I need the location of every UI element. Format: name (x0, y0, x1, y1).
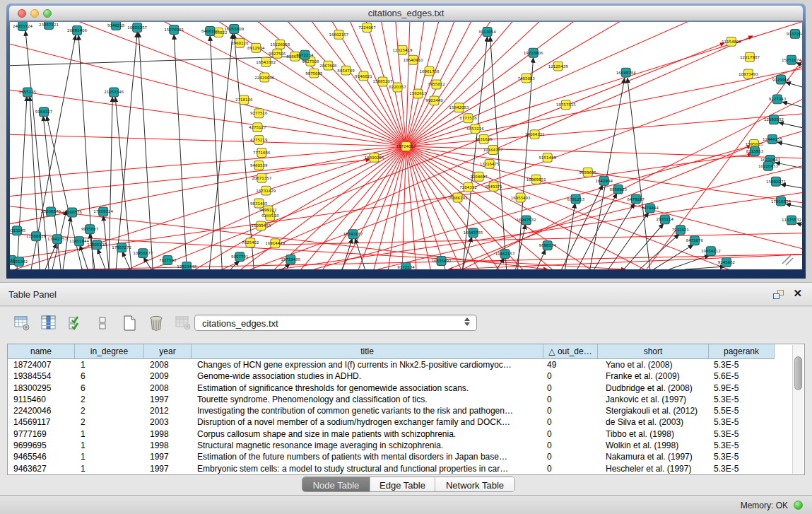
apply-checks-icon[interactable] (66, 314, 85, 332)
table-cell[interactable]: 2 (75, 416, 144, 428)
graph-node[interactable]: 24055724 (13, 22, 33, 30)
graph-node[interactable]: 7932621 (672, 226, 689, 235)
table-cell[interactable]: Franke et al. (2009) (598, 370, 709, 382)
table-cell[interactable]: 19384554 (8, 370, 75, 382)
table-cell[interactable]: de Silva et al. (2003) (598, 416, 709, 428)
graph-node[interactable]: 20691406 (67, 25, 87, 35)
table-cell[interactable]: Stergiakouli et al. (2012) (598, 405, 709, 416)
table-select-dropdown[interactable]: citations_edges.txt (194, 315, 477, 331)
table-cell[interactable]: Estimation of significance thresholds fo… (192, 382, 543, 394)
table-cell[interactable]: 5.3E-5 (709, 359, 775, 370)
graph-node[interactable]: 16648784 (616, 68, 636, 77)
graph-node[interactable]: 9631625 (475, 135, 492, 144)
graph-node[interactable]: 16543382 (256, 57, 276, 66)
scrollbar-thumb[interactable] (794, 356, 802, 390)
table-row[interactable]: 1456911722003Disruption of a novel membe… (8, 416, 792, 428)
graph-node[interactable]: 9146821 (355, 71, 372, 81)
table-cell[interactable]: 5.5E-5 (709, 405, 775, 416)
new-document-icon[interactable] (120, 314, 139, 332)
table-row[interactable]: 977716911998Corpus callosum shape and si… (8, 428, 792, 440)
table-cell[interactable]: 1 (75, 428, 144, 440)
column-header-year[interactable]: year (144, 344, 192, 359)
table-cell[interactable]: 5.3E-5 (709, 394, 775, 405)
citation-network-graph[interactable]: 9463822896012889129341522605898275058186… (10, 22, 802, 269)
graph-node[interactable]: 2055135 (19, 88, 36, 97)
graph-node[interactable]: 1640994 (596, 176, 613, 185)
table-cell[interactable]: 0 (543, 405, 598, 416)
table-cell[interactable]: 1998 (144, 428, 192, 440)
graph-node[interactable]: 25206570 (41, 207, 61, 216)
resize-grip[interactable] (782, 255, 793, 265)
stacked-rows-icon[interactable] (93, 314, 112, 332)
table-cell[interactable]: 1 (75, 451, 144, 462)
graph-node[interactable]: 9460539 (250, 160, 268, 170)
table-cell[interactable]: 5.3E-5 (709, 416, 775, 428)
table-cell[interactable]: Genome-wide association studies in ADHD. (192, 370, 543, 382)
table-cell[interactable]: 18724007 (8, 359, 75, 370)
table-cell[interactable]: 0 (543, 416, 598, 428)
table-cell[interactable]: 2 (75, 405, 144, 416)
graph-node[interactable]: 16955493 (511, 193, 531, 202)
table-cell[interactable]: Estimation of the future numbers of pati… (192, 451, 543, 462)
table-cell[interactable]: Tourette syndrome. Phenomenology and cla… (192, 394, 543, 405)
table-cell[interactable]: 0 (543, 428, 598, 440)
graph-node[interactable]: 8454749 (337, 66, 355, 75)
graph-node[interactable]: 8958923 (610, 185, 628, 194)
graph-node[interactable]: 15751074 (782, 55, 801, 64)
float-panel-icon[interactable] (773, 290, 784, 299)
graph-node[interactable]: 11568829 (26, 232, 46, 241)
table-cell[interactable]: 9777169 (8, 428, 75, 440)
graph-node[interactable]: 9313245 (10, 226, 25, 235)
table-cell[interactable]: 1997 (144, 394, 192, 405)
graph-node[interactable]: 12217987 (740, 52, 760, 62)
table-cell[interactable]: Investigating the contribution of common… (192, 405, 543, 416)
table-cell[interactable]: Nakamura et al. (1997) (598, 451, 709, 462)
table-cell[interactable]: 1 (75, 359, 144, 370)
table-cell[interactable]: Embryonic stem cells: a model to study s… (192, 463, 543, 474)
tab-node-table[interactable]: Node Table (302, 477, 370, 492)
table-cell[interactable]: Structural magnetic resonance image aver… (192, 440, 543, 451)
tab-network-table[interactable]: Network Table (435, 477, 514, 492)
graph-node[interactable]: 9137264 (787, 29, 802, 38)
graph-node[interactable]: 10958177 (133, 249, 153, 258)
graph-node[interactable]: 21053346 (104, 88, 124, 97)
table-cell[interactable]: 2008 (144, 382, 192, 394)
table-cell[interactable]: 0 (543, 382, 598, 394)
table-cell[interactable]: Hescheler et al. (1997) (598, 463, 709, 474)
graph-node[interactable]: 9698534 (539, 241, 556, 250)
table-cell[interactable]: 9465546 (8, 451, 75, 462)
table-cell[interactable]: 6 (75, 382, 144, 394)
table-cell[interactable]: 2008 (144, 359, 192, 370)
graph-node[interactable]: 7224067 (358, 23, 376, 32)
graph-node[interactable]: 16947532 (517, 216, 536, 225)
table-settings-icon[interactable] (13, 314, 31, 332)
table-row[interactable]: 946554611997Estimation of the future num… (8, 451, 792, 462)
table-cell[interactable]: 49 (543, 359, 598, 370)
graph-node[interactable]: 12125439 (548, 62, 568, 71)
table-row[interactable]: 1830029562008Estimation of significance … (8, 382, 792, 394)
window-titlebar[interactable]: citations_edges.txt (9, 6, 803, 21)
graph-node[interactable]: 7625402 (242, 238, 259, 247)
table-cell[interactable]: Disruption of a novel member of a sodium… (192, 416, 543, 428)
table-cell[interactable]: 9699695 (8, 440, 75, 451)
graph-node[interactable]: 9857791 (231, 252, 248, 262)
graph-node[interactable]: 8471676 (686, 236, 704, 245)
table-cell[interactable]: 5.3E-5 (709, 451, 775, 462)
table-cell[interactable]: Wolkin et al. (1998) (598, 440, 709, 451)
table-cell[interactable]: 5.9E-5 (709, 382, 775, 394)
graph-node[interactable]: 2935114 (657, 215, 674, 224)
graph-node[interactable]: 10462157 (495, 250, 515, 259)
table-cell[interactable]: 1 (75, 440, 144, 451)
table-cell[interactable]: Yano et al. (2008) (598, 359, 709, 370)
vertical-scrollbar[interactable] (792, 345, 804, 474)
table-cell[interactable]: 22420046 (8, 405, 75, 416)
graph-node[interactable]: 16914479 (265, 239, 285, 248)
graph-node[interactable]: 15226058 (270, 40, 290, 49)
table-cell[interactable]: 1 (75, 463, 144, 474)
graph-node[interactable]: 7485083 (517, 74, 535, 83)
table-cell[interactable]: 0 (543, 451, 598, 462)
graph-node[interactable]: 18731429 (256, 186, 276, 195)
table-cell[interactable]: 2003 (144, 416, 192, 428)
table-cell[interactable]: 0 (543, 370, 598, 382)
table-cell[interactable]: 2009 (144, 370, 192, 382)
